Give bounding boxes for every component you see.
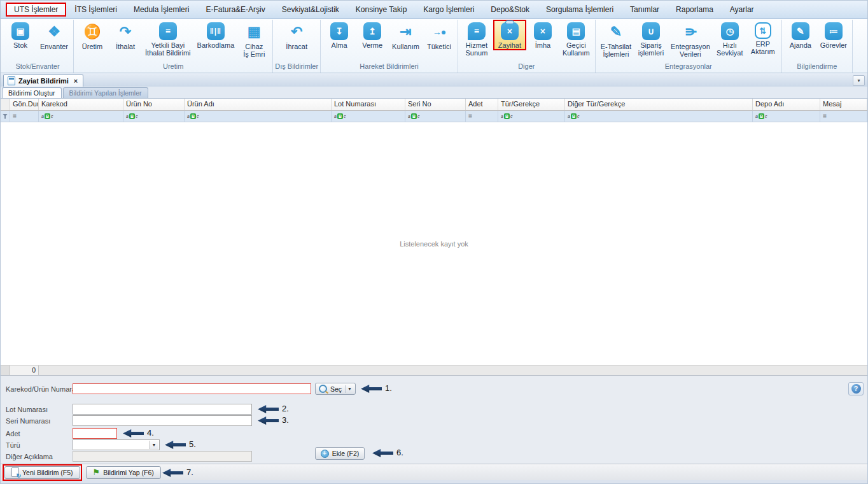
annotation-arrow-5 — [165, 441, 186, 449]
tab-list-dropdown-button[interactable]: ▾ — [853, 75, 865, 86]
zayiat-form: Karekod/Ürün Numarası Seç ▼ 1. ? Lot Num… — [1, 376, 867, 464]
sec-button[interactable]: Seç ▼ — [315, 383, 356, 395]
menu-item-its-islemleri[interactable]: İTS İşlemleri — [66, 3, 125, 17]
bildirimi-yap-button[interactable]: ⚑ Bildirimi Yap (F6) — [86, 466, 161, 479]
column-header-7[interactable]: Tür/Gerekçe — [498, 99, 565, 110]
menu-item-ayarlar[interactable]: Ayarlar — [722, 3, 762, 17]
ribbon-button-hizmet-sunum[interactable]: ≡HizmetSunum — [460, 20, 493, 57]
footer-toolbar: Yeni Bildirim (F5) ⚑ Bildirimi Yap (F6) … — [1, 464, 867, 480]
receive-arrow-icon: ↧ — [330, 22, 348, 40]
seri-input[interactable] — [73, 415, 252, 426]
ribbon-button-entegrasyon-verileri[interactable]: ⋔EntegrasyonVerileri — [668, 20, 713, 59]
ribbon-button-hizli-sevkiyat[interactable]: ◷HızlıSevkiyat — [713, 20, 746, 57]
ribbon-button-siparis-islemleri[interactable]: ∪Siparişişlemleri — [634, 20, 668, 57]
filter-cell-5[interactable]: aBc — [405, 111, 466, 122]
subtab-bildirimi-yapilan-islemler[interactable]: Bildirimi Yapılan İşlemler — [63, 87, 148, 98]
equals-filter-icon[interactable]: = — [823, 113, 827, 120]
ribbon-group-stok-envanter: ▣Stok❖EnvanterStok/Envanter — [2, 20, 74, 73]
column-header-8[interactable]: Diğer Tür/Gerekçe — [565, 99, 753, 110]
contains-filter-icon[interactable]: aBc — [41, 113, 53, 119]
ribbon-button-label: Stok — [13, 41, 27, 49]
ribbon-button-envanter[interactable]: ❖Envanter — [37, 20, 71, 51]
ribbon-button-alma[interactable]: ↧Alma — [323, 20, 356, 50]
menu-item-e-fatura-e-arsiv[interactable]: E-Fatura&E-Arşiv — [197, 3, 273, 17]
contains-filter-icon[interactable]: aBc — [755, 113, 767, 119]
menu-item-uts-islemler[interactable]: UTS İşlemler — [6, 3, 66, 17]
combo-dropdown-icon[interactable]: ▼ — [149, 441, 158, 449]
contains-filter-icon[interactable]: aBc — [501, 113, 512, 119]
ribbon-button-ithalat[interactable]: ↷İthalat — [109, 20, 142, 51]
equals-filter-icon[interactable]: = — [468, 113, 472, 120]
column-header-3[interactable]: Ürün Adı — [185, 99, 332, 110]
ribbon-button-ajanda[interactable]: ✎Ajanda — [784, 20, 817, 50]
contains-filter-icon[interactable]: aBc — [568, 113, 579, 119]
bildirimi-yap-label: Bildirimi Yap (F6) — [103, 469, 154, 476]
column-header-1[interactable]: Karekod — [39, 99, 123, 110]
pen-payment-icon: ✎ — [606, 22, 626, 41]
filter-cell-9[interactable]: aBc — [753, 111, 820, 122]
ribbon-button-kullanim[interactable]: ⇥Kullanım — [389, 20, 423, 51]
help-button[interactable]: ? — [848, 382, 864, 395]
menu-item-raporlama[interactable]: Raporlama — [668, 3, 722, 17]
column-header-4[interactable]: Lot Numarası — [332, 99, 405, 110]
menu-item-sevkiyat-lojistik[interactable]: Sevkiyat&Lojistik — [274, 3, 347, 17]
service-bubble-icon: ≡ — [468, 22, 486, 40]
menu-bar: UTS İşlemlerİTS İşlemleriMedula İşlemler… — [1, 1, 867, 19]
filter-cell-0[interactable]: = — [10, 111, 39, 122]
ribbon-button-label: EntegrasyonVerileri — [671, 43, 710, 58]
document-tab-bar: Zayiat Bildirimi × ▾ — [1, 73, 867, 87]
ribbon-button-yetkili-bayi-ithalat-bildirimi[interactable]: ≡Yetkili Bayiİthalat Bildirimi — [142, 20, 194, 57]
menu-item-kargo-islemleri[interactable]: Kargo İşlemleri — [415, 3, 482, 17]
contains-filter-icon[interactable]: aBc — [126, 113, 137, 119]
lot-input[interactable] — [73, 404, 252, 415]
equals-filter-icon[interactable]: = — [13, 113, 17, 120]
ekle-button[interactable]: + Ekle (F2) — [315, 447, 365, 460]
menu-item-depo-stok[interactable]: Depo&Stok — [482, 3, 538, 17]
tab-zayiat-bildirimi[interactable]: Zayiat Bildirimi × — [3, 75, 83, 87]
contains-filter-icon[interactable]: aBc — [408, 113, 419, 119]
menu-item-tanimlar[interactable]: Tanımlar — [622, 3, 668, 17]
ribbon-button-barkodlama[interactable]: ‖|‖Barkodlama — [194, 20, 238, 50]
karekod-input[interactable] — [73, 383, 311, 394]
contains-filter-icon[interactable]: aBc — [334, 113, 346, 119]
filter-cell-3[interactable]: aBc — [185, 111, 332, 122]
ribbon-button-uretim[interactable]: ♊Üretim — [76, 20, 109, 51]
filter-cell-10[interactable]: = — [820, 111, 867, 122]
filter-cell-7[interactable]: aBc — [498, 111, 565, 122]
ribbon-button-e-tahsilat-islemleri[interactable]: ✎E-Tahsilatİşlemleri — [598, 20, 634, 59]
column-header-10[interactable]: Mesaj — [820, 99, 867, 110]
adet-input[interactable] — [73, 428, 117, 439]
magnifier-icon — [319, 385, 327, 393]
lot-label: Lot Numarası — [6, 406, 48, 413]
yeni-bildirim-button[interactable]: Yeni Bildirim (F5) — [4, 466, 80, 479]
column-header-0[interactable]: Gön.Dur. — [10, 99, 39, 110]
subtab-bildirimi-olustur[interactable]: Bildirimi Oluştur — [2, 87, 62, 98]
filter-cell-2[interactable]: aBc — [123, 111, 185, 122]
annotation-arrow-4 — [123, 429, 144, 438]
ribbon-button-gorevler[interactable]: ≔Görevler — [817, 20, 850, 50]
ribbon-button-stok[interactable]: ▣Stok — [4, 20, 37, 50]
ribbon-button-imha[interactable]: ×İmha — [526, 20, 559, 50]
contains-filter-icon[interactable]: aBc — [187, 113, 199, 119]
tab-close-icon[interactable]: × — [74, 77, 78, 85]
ribbon-button-zayihat[interactable]: ×Zayihat — [493, 20, 526, 50]
ribbon-button-tuketici[interactable]: →●Tüketici — [423, 20, 456, 51]
column-header-5[interactable]: Seri No — [405, 99, 466, 110]
ribbon-button-verme[interactable]: ↥Verme — [356, 20, 389, 50]
cubes-icon: ❖ — [45, 22, 64, 41]
menu-item-medula-islemleri[interactable]: Medula İşlemleri — [125, 3, 197, 17]
column-header-6[interactable]: Adet — [466, 99, 498, 110]
menu-item-konsinye-takip[interactable]: Konsinye Takip — [347, 3, 416, 17]
filter-cell-6[interactable]: = — [466, 111, 498, 122]
ribbon-button-gecici-kullanim[interactable]: ▤GeçiciKullanım — [559, 20, 593, 57]
filter-cell-4[interactable]: aBc — [332, 111, 405, 122]
filter-cell-8[interactable]: aBc — [565, 111, 753, 122]
ribbon-button-cihaz-is-emri[interactable]: ▦Cihazİş Emri — [237, 20, 270, 59]
column-header-2[interactable]: Ürün No — [123, 99, 185, 110]
filter-cell-1[interactable]: aBc — [39, 111, 123, 122]
turu-combobox[interactable]: ▼ — [73, 439, 160, 450]
ribbon-button-erp-aktarim[interactable]: ⇅ERPAktarım — [746, 20, 780, 56]
menu-item-sorgulama-islemleri[interactable]: Sorgulama İşlemleri — [538, 3, 622, 17]
column-header-9[interactable]: Depo Adı — [753, 99, 820, 110]
ribbon-button-ihracat[interactable]: ↶İhracat — [280, 20, 313, 51]
